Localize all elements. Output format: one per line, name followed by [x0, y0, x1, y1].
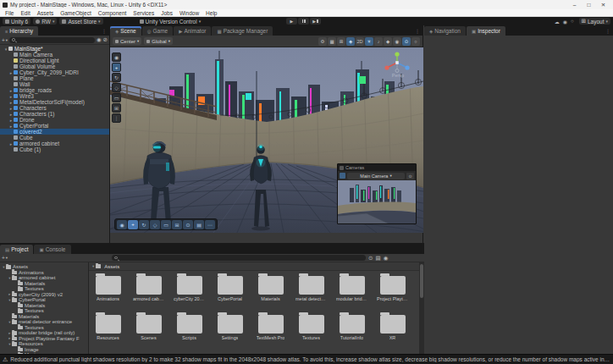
- pause-button[interactable]: [298, 18, 309, 25]
- panel-menu-icon[interactable]: ⋮: [605, 28, 611, 34]
- gizmos-toggle-icon[interactable]: ⊙: [402, 37, 411, 46]
- layout-dropdown[interactable]: ⊞ Layout ▾: [579, 18, 611, 25]
- account-dropdown[interactable]: RW ▾: [33, 18, 57, 25]
- rotate-tool-overlay[interactable]: ↻: [139, 220, 149, 229]
- 2d-toggle-icon[interactable]: 2D: [356, 37, 364, 46]
- close-button[interactable]: ✕: [596, 0, 610, 9]
- menu-window[interactable]: Window: [176, 9, 202, 17]
- create-asset-button[interactable]: +▾: [2, 255, 8, 261]
- view-tool-overlay[interactable]: ◉: [117, 220, 127, 229]
- panel-menu-icon[interactable]: ⋮: [415, 28, 421, 34]
- tab-project[interactable]: ▤Project: [0, 245, 33, 254]
- hierarchy-item-cube[interactable]: Cube: [0, 135, 109, 141]
- search-icon[interactable]: ○: [571, 19, 574, 24]
- scene-picking-icon[interactable]: ⊘: [103, 36, 108, 43]
- menu-services[interactable]: Services: [130, 9, 157, 17]
- menu-gameobject[interactable]: GameObject: [57, 9, 95, 17]
- hierarchy-item-directional-light[interactable]: Directional Light: [0, 58, 109, 63]
- custom-tool[interactable]: ⋮: [112, 113, 121, 123]
- audio-toggle-icon[interactable]: ♪: [374, 37, 383, 46]
- tab-navigation[interactable]: ◈Navigation: [424, 26, 466, 36]
- maximize-button[interactable]: □: [582, 0, 596, 9]
- grid-visibility-icon[interactable]: ▦: [328, 37, 336, 46]
- grid-tool-overlay[interactable]: ▤: [194, 220, 204, 229]
- camera-overlay-settings-button[interactable]: ⊙: [406, 173, 414, 179]
- tab-hierarchy[interactable]: ≡ Hierarchy: [0, 26, 38, 36]
- menu-file[interactable]: File: [2, 9, 17, 17]
- rect-tool-overlay[interactable]: ▭: [161, 220, 171, 229]
- hierarchy-item-bridge-roads[interactable]: ▸bridge_roads: [0, 87, 109, 93]
- search-by-type-icon[interactable]: ⊙: [368, 255, 373, 262]
- rotate-tool[interactable]: ↻: [112, 73, 121, 82]
- move-tool[interactable]: +: [112, 63, 121, 72]
- tab-scene[interactable]: ◈Scene: [110, 26, 141, 36]
- folder-tile-animations[interactable]: Animations: [93, 276, 123, 301]
- folder-tile-armored-cabinet[interactable]: armored cabinet: [134, 276, 163, 301]
- tool-settings-icon[interactable]: ⚙: [318, 37, 327, 46]
- view-tool[interactable]: ◉: [112, 52, 121, 62]
- snap-settings-icon[interactable]: ⊞: [337, 37, 345, 46]
- hierarchy-item-main-camera[interactable]: Main Camera: [0, 52, 109, 58]
- hierarchy-search-input[interactable]: [9, 37, 95, 43]
- lighting-toggle-icon[interactable]: ☀: [365, 37, 373, 46]
- pivot-dropdown[interactable]: Center ▾: [113, 37, 141, 45]
- hierarchy-item-characters[interactable]: ▸Characters: [0, 105, 109, 111]
- snap-tool-overlay[interactable]: ⊙: [183, 220, 193, 229]
- hidden-objects-icon[interactable]: ◉: [393, 37, 401, 46]
- hidden-packages-icon[interactable]: ◉: [384, 255, 389, 262]
- folder-tile-cybercity-2099-v2[interactable]: cyberCity 2099 v2: [174, 276, 204, 301]
- scale-tool[interactable]: ◇: [112, 83, 121, 92]
- asset-store-dropdown[interactable]: Asset Store ▾: [59, 18, 102, 25]
- scene-search-icon[interactable]: ○: [411, 37, 420, 46]
- hierarchy-item-wire3[interactable]: ▸Wire3: [0, 93, 109, 99]
- transform-tool-overlay[interactable]: ⊞: [172, 220, 182, 229]
- scale-tool-overlay[interactable]: ◇: [150, 220, 160, 229]
- camera-preview-toggle-icon[interactable]: [340, 173, 345, 179]
- scene-viewport[interactable]: ◉+↻◇▭⊞⋮ ◉+↻◇▭⊞⊙▤⋯ Persp Cameras: [110, 47, 423, 233]
- notifications-icon[interactable]: ◉: [563, 19, 567, 25]
- gizmo-projection-label[interactable]: Persp: [383, 73, 413, 78]
- hierarchy-item-drone[interactable]: ▸Drone: [0, 117, 109, 123]
- menu-assets[interactable]: Assets: [34, 9, 58, 17]
- cloud-icon[interactable]: ☁: [555, 19, 560, 25]
- hierarchy-item-cyberportal[interactable]: ▸CyberPortal: [0, 123, 109, 129]
- handle-space-dropdown[interactable]: Global ▾: [144, 37, 173, 45]
- camera-overlay-header[interactable]: Cameras: [338, 164, 416, 171]
- project-grid-scrollbar[interactable]: [419, 262, 424, 356]
- folder-tile-materials[interactable]: Materials: [256, 276, 285, 301]
- play-button[interactable]: ▶: [286, 18, 297, 25]
- tab-animator[interactable]: ▶Animator: [174, 26, 211, 36]
- menu-help[interactable]: Help: [202, 9, 220, 17]
- folder-tile-modular-bridge-r[interactable]: modular bridge (r...: [337, 276, 367, 301]
- effects-toggle-icon[interactable]: ◆: [384, 37, 392, 46]
- panel-menu-icon[interactable]: ⋮: [102, 28, 108, 34]
- folder-tile-tutorialinfo[interactable]: TutorialInfo: [337, 315, 367, 340]
- rect-tool[interactable]: ▭: [112, 93, 121, 102]
- transform-tool[interactable]: ⊞: [112, 103, 121, 113]
- menu-component[interactable]: Component: [95, 9, 130, 17]
- step-button[interactable]: ▶: [310, 18, 321, 25]
- tab-inspector[interactable]: ▣Inspector: [467, 26, 505, 36]
- tab-console[interactable]: ▣Console: [34, 245, 70, 254]
- folder-tile-scenes[interactable]: Scenes: [134, 315, 163, 340]
- camera-select-dropdown[interactable]: Main Camera ▾: [347, 173, 405, 179]
- minimize-button[interactable]: –: [567, 0, 582, 9]
- folder-tile-textmesh-pro[interactable]: TextMesh Pro: [256, 315, 285, 340]
- search-by-label-icon[interactable]: ▤: [376, 255, 381, 262]
- menu-edit[interactable]: Edit: [17, 9, 33, 17]
- folder-tile-textures[interactable]: Textures: [296, 315, 326, 340]
- folder-tile-project-playtime-f[interactable]: Project Playtime F...: [378, 276, 407, 301]
- folder-tile-scripts[interactable]: Scripts: [174, 315, 204, 340]
- tab-package-manager[interactable]: ▦Package Manager: [212, 26, 273, 36]
- hierarchy-item-cube-1[interactable]: Cube (1): [0, 146, 109, 152]
- move-tool-overlay[interactable]: +: [128, 220, 138, 229]
- hierarchy-item-wall[interactable]: Wall: [0, 81, 109, 87]
- hierarchy-item-global-volume[interactable]: Global Volume: [0, 63, 109, 69]
- hierarchy-item-cyber-city-2099-hdri[interactable]: ▸Cyber_City_2099_HDRI: [0, 69, 109, 75]
- create-object-button[interactable]: +▾: [2, 37, 8, 43]
- folder-tile-settings[interactable]: Settings: [215, 315, 245, 340]
- folder-tile-cyberportal[interactable]: CyberPortal: [215, 276, 245, 301]
- more-tools-overlay[interactable]: ⋯: [205, 220, 215, 229]
- status-bar[interactable]: ⚠ Reduced additional punctual light shad…: [0, 354, 613, 364]
- unity-version-badge[interactable]: Unity 6: [3, 18, 30, 25]
